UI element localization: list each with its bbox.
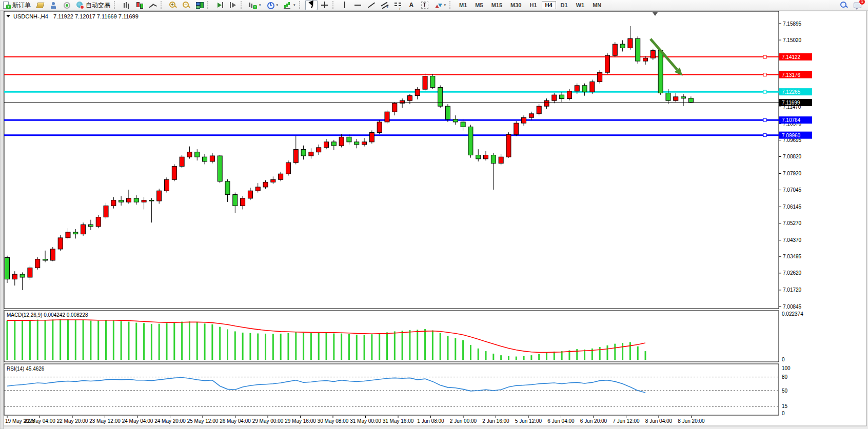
chart-window[interactable]: 7.158957.150207.114707.105707.096957.088…	[0, 0, 868, 429]
svg-text:7.11699: 7.11699	[782, 100, 800, 106]
period-button[interactable]: ▾	[264, 0, 281, 10]
candle-body	[58, 238, 63, 249]
candle-body	[560, 95, 564, 98]
candle-body	[28, 268, 32, 277]
timeframe-H1[interactable]: H1	[526, 1, 540, 9]
search-icon	[840, 1, 848, 9]
candle-body	[165, 179, 169, 191]
chevron-down-icon[interactable]: ▾	[444, 3, 446, 7]
line-handle[interactable]	[763, 55, 766, 58]
candle-body	[484, 155, 488, 159]
candle-body	[688, 98, 693, 103]
time-axis-label: 1 Jun 08:00	[417, 418, 444, 424]
new-chart-button[interactable]: ▾	[247, 0, 263, 10]
window-left-edge[interactable]	[0, 10, 4, 429]
candle-body	[544, 100, 549, 106]
search-button[interactable]	[838, 0, 850, 10]
text-button[interactable]	[405, 0, 418, 10]
price-axis-label: 7.07045	[783, 187, 802, 193]
chevron-down-icon[interactable]: ▾	[277, 3, 279, 7]
trend-line-button[interactable]	[365, 0, 378, 10]
templates-icon	[283, 1, 291, 9]
rsi-scale-label: 15	[782, 403, 788, 409]
price-axis-label: 7.04370	[783, 237, 802, 243]
toolbar-separator	[449, 1, 454, 9]
candle-body	[354, 142, 359, 145]
price-axis-label: 7.15020	[783, 37, 802, 43]
tile-windows-button[interactable]	[193, 0, 206, 10]
horizontal-line-icon	[354, 1, 362, 9]
rsi-scale-label: 50	[782, 388, 788, 394]
line-handle[interactable]	[763, 118, 766, 121]
candle-body	[317, 148, 321, 152]
time-axis-label: 25 May 12:00	[187, 418, 219, 424]
candle-body	[537, 106, 541, 114]
candle-body	[620, 44, 625, 48]
chevron-down-icon[interactable]: ▾	[259, 3, 261, 7]
fibonacci-button[interactable]	[392, 0, 404, 10]
market-watch-button[interactable]	[47, 0, 60, 10]
templates-button[interactable]: ▾	[281, 0, 298, 10]
chart-shift-button[interactable]	[227, 0, 239, 10]
cursor-button[interactable]	[305, 0, 318, 10]
candle-body	[362, 142, 367, 145]
timeframe-D1[interactable]: D1	[557, 1, 571, 9]
profiles-button[interactable]	[34, 0, 46, 10]
candle-body	[567, 91, 571, 99]
candle-body	[218, 156, 222, 181]
rsi-scale-label: 80	[782, 374, 788, 380]
auto-trading-button-label: 自动交易	[86, 1, 110, 10]
candle-body	[50, 249, 55, 260]
shapes-button[interactable]: ▾	[432, 0, 448, 10]
candle-body	[271, 179, 275, 182]
equidistant-channel-button[interactable]	[379, 0, 391, 10]
signals-button[interactable]	[61, 0, 73, 10]
auto-trading-button[interactable]: 自动交易	[74, 0, 112, 11]
macd-panel[interactable]	[4, 311, 779, 362]
timeframe-M5[interactable]: M5	[471, 1, 486, 9]
time-axis-label: 8 Jun 20:00	[678, 418, 705, 424]
chat-button[interactable]: 1	[851, 0, 863, 10]
time-axis-label: 29 May 16:00	[285, 418, 316, 424]
zoom-in-button[interactable]	[167, 0, 179, 10]
timeframe-M30[interactable]: M30	[507, 1, 525, 9]
text-icon	[407, 1, 416, 9]
time-axis-label: 2 Jun 16:00	[482, 418, 509, 424]
candle-body	[423, 76, 427, 90]
toolbar-separator	[299, 1, 304, 9]
line-chart-button[interactable]	[147, 0, 159, 10]
bar-chart-button[interactable]	[120, 0, 132, 10]
new-order-icon	[3, 1, 11, 9]
timeframe-M1[interactable]: M1	[456, 1, 470, 9]
rsi-panel[interactable]	[4, 364, 779, 415]
timeframe-MN[interactable]: MN	[589, 1, 605, 9]
timeframe-M15[interactable]: M15	[488, 1, 506, 9]
new-order-button[interactable]: 新订单	[1, 0, 33, 11]
time-axis-label: 6 Jun 20:00	[580, 418, 607, 424]
line-handle[interactable]	[763, 134, 766, 137]
line-handle[interactable]	[763, 90, 766, 93]
crosshair-button[interactable]	[319, 0, 331, 10]
auto-trading-icon	[76, 1, 84, 9]
svg-text:7.14122: 7.14122	[782, 54, 801, 60]
rsi-label: RSI(14) 45.4626	[7, 366, 45, 372]
tile-windows-icon	[195, 1, 204, 9]
time-axis-label: 31 May 00:00	[350, 418, 381, 424]
horizontal-line-button[interactable]	[352, 0, 364, 10]
auto-scroll-button[interactable]	[213, 0, 226, 10]
vertical-line-button[interactable]	[339, 0, 351, 10]
timeframe-H4[interactable]: H4	[542, 1, 556, 9]
candle-body	[134, 198, 139, 202]
text-label-button[interactable]	[419, 0, 431, 10]
chevron-down-icon[interactable]: ▾	[293, 3, 295, 7]
candle-body	[514, 123, 519, 134]
candle-body	[119, 200, 124, 202]
candle-body	[12, 274, 17, 279]
price-axis-label: 7.00845	[783, 304, 802, 310]
line-handle[interactable]	[763, 73, 766, 76]
zoom-out-button[interactable]	[180, 0, 192, 10]
candle-body	[339, 137, 344, 146]
candle-body	[88, 224, 93, 227]
timeframe-W1[interactable]: W1	[573, 1, 588, 9]
candle-chart-button[interactable]	[133, 0, 146, 10]
